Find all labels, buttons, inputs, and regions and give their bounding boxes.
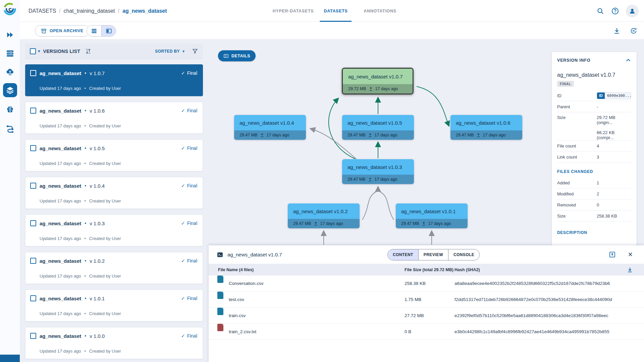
version-list-item[interactable]: ag_news_dataset • v 1.0.1 ✓Final Updated… [25, 290, 203, 321]
collapse-chevron-icon[interactable] [625, 57, 631, 63]
file-row[interactable]: CSV train.csv 27.72 MB e2392f9ef0d57b110… [209, 308, 644, 324]
version-number: v 1.0.3 [90, 221, 105, 226]
info-row-id: ID ID 6099e300... [557, 90, 631, 101]
graph-node[interactable]: ag_news_dataset v1.0.5 29.47 MB 17 days … [342, 115, 414, 140]
left-nav-rail: c [0, 0, 20, 362]
datasets-nav-icon[interactable] [3, 83, 17, 97]
versions-list-panel: ▾ VERSIONS LIST SORTED BY ▾ ag_news_data… [25, 44, 203, 359]
version-checkbox[interactable] [30, 295, 36, 301]
upload-icon [422, 222, 426, 226]
breadcrumb-root[interactable]: DATASETS [29, 8, 56, 14]
info-row-changed-size: Size258.38 KB [557, 210, 631, 222]
select-dropdown-caret[interactable]: ▾ [38, 49, 40, 54]
version-name: ag_news_dataset [40, 258, 81, 264]
tab-annotations[interactable]: ANNOTATIONS [360, 0, 400, 22]
split-view-button[interactable] [101, 25, 116, 36]
graph-node-selected[interactable]: ag_news_dataset v1.0.7 29.72 MB 17 days … [342, 68, 414, 95]
open-archive-button[interactable]: OPEN ARCHIVE [35, 25, 90, 37]
version-list-item[interactable]: ag_news_dataset • v 1.0.5 ✓Final Updated… [25, 139, 203, 171]
tab-hyper-datasets[interactable]: HYPER-DATASETS [269, 0, 318, 22]
version-checkbox[interactable] [30, 183, 36, 189]
expand-sidebar-icon[interactable] [6, 31, 14, 39]
check-icon: ✓ [181, 70, 185, 76]
node-title: ag_news_dataset v1.0.3 [342, 159, 414, 175]
version-checkbox[interactable] [30, 108, 36, 114]
file-row[interactable]: CSV test.csv 1.75 MB f2dd51317ed711deb72… [209, 292, 644, 308]
pipelines-nav-icon[interactable] [6, 124, 14, 133]
download-files-icon[interactable] [627, 266, 633, 273]
file-name[interactable]: test.csv [229, 292, 244, 308]
auto-refresh-icon[interactable] [630, 27, 637, 35]
version-number: v 1.0.1 [90, 296, 105, 301]
node-meta: 29.47 MB 17 days ago [288, 219, 360, 228]
sorted-by-dropdown[interactable]: SORTED BY [155, 49, 180, 54]
tab-console[interactable]: CONSOLE [448, 249, 479, 260]
bullet: • [85, 333, 86, 339]
file-name[interactable]: train_2.csv.txt [229, 324, 256, 340]
file-row[interactable]: CSV Conversation.csv 258.38 KB a6a8eaa9e… [209, 276, 644, 292]
workers-queues-icon[interactable] [6, 49, 14, 58]
graph-node[interactable]: ag_news_dataset v1.0.6 29.47 MB 17 days … [450, 115, 522, 140]
compare-sort-icon[interactable] [85, 48, 92, 55]
models-brain-icon[interactable] [6, 105, 14, 114]
help-icon[interactable] [611, 7, 619, 15]
tab-preview[interactable]: PREVIEW [418, 249, 448, 260]
id-value: 6099e300... [605, 94, 631, 98]
tab-content[interactable]: CONTENT [388, 249, 418, 260]
search-icon[interactable] [596, 7, 604, 15]
file-name[interactable]: train.csv [229, 308, 246, 324]
upload-icon [476, 133, 481, 137]
bullet: • [85, 296, 86, 301]
breadcrumb-separator: / [59, 8, 60, 14]
graph-node[interactable]: ag_news_dataset v1.0.2 29.47 MB 17 days … [288, 203, 360, 228]
version-list-item[interactable]: ag_news_dataset • v 1.0.3 ✓Final Updated… [25, 215, 203, 246]
file-name[interactable]: Conversation.csv [229, 276, 264, 292]
version-info-name: ag_news_dataset v1.0.7 [557, 72, 631, 78]
node-title: ag_news_dataset v1.0.7 [343, 69, 413, 84]
version-meta: Updated 17 days ago•Created by User [40, 161, 121, 166]
graph-node[interactable]: ag_news_dataset v1.0.3 29.47 MB 17 days … [342, 159, 414, 184]
sorted-by-caret[interactable]: ▾ [182, 49, 184, 54]
breadcrumb-project[interactable]: chat_training_dataset [64, 8, 115, 14]
graph-node[interactable]: ag_news_dataset v1.0.4 29.47 MB 17 days … [234, 115, 306, 140]
version-name: ag_news_dataset [40, 70, 81, 76]
version-list-item[interactable]: ag_news_dataset • v 1.0.4 ✓Final Updated… [25, 177, 203, 209]
version-list-item[interactable]: ag_news_dataset • v 1.0.7 ✓Final Updated… [25, 64, 203, 96]
tab-datasets[interactable]: DATASETS [320, 0, 352, 22]
upload-icon [368, 177, 372, 182]
close-icon[interactable]: × [628, 250, 633, 259]
info-row-parent: Parent - [557, 101, 631, 112]
version-checkbox[interactable] [30, 70, 36, 76]
expand-panel-icon[interactable] [609, 251, 616, 258]
table-view-button[interactable] [87, 25, 101, 36]
filter-icon[interactable] [192, 48, 198, 54]
version-checkbox[interactable] [30, 258, 36, 264]
rail-footer [0, 355, 20, 362]
version-meta: Updated 17 days ago•Created by User [40, 311, 121, 316]
version-checkbox[interactable] [30, 333, 36, 339]
version-checkbox[interactable] [30, 220, 36, 226]
file-hash: f2dd51317ed711deb726b926664872e0c070b253… [454, 292, 612, 308]
version-list-item[interactable]: ag_news_dataset • v 1.0.6 ✓Final Updated… [25, 102, 203, 134]
status-final: ✓Final [181, 221, 197, 226]
file-row[interactable]: TXT train_2.csv.txt 0 B e3b0c44298fc1c14… [209, 324, 644, 340]
download-icon[interactable] [613, 27, 621, 35]
details-button[interactable]: DETAILS [218, 50, 256, 61]
user-avatar[interactable] [626, 5, 639, 17]
version-checkbox[interactable] [30, 145, 36, 151]
top-header: DATASETS / chat_training_dataset / ag_ne… [20, 0, 644, 22]
clearml-logo[interactable]: c [3, 2, 17, 16]
check-icon: ✓ [181, 108, 185, 113]
select-all-checkbox[interactable] [30, 48, 36, 54]
check-icon: ✓ [181, 145, 185, 151]
version-list-item[interactable]: ag_news_dataset • v 1.0.0 ✓Final Updated… [25, 327, 203, 359]
breadcrumb-dataset[interactable]: ag_news_dataset [122, 8, 167, 14]
node-meta: 29.47 MB 17 days ago [342, 130, 414, 140]
id-chip[interactable]: ID 6099e300... [597, 92, 631, 99]
version-list-item[interactable]: ag_news_dataset • v 1.0.2 ✓Final Updated… [25, 252, 203, 284]
node-title: ag_news_dataset v1.0.6 [450, 115, 522, 130]
final-badge: FINAL [557, 81, 574, 87]
file-hash: e3b0c44298fc1c149afbf4c8996fb92427ae41e4… [454, 324, 609, 340]
automation-cloud-icon[interactable] [6, 68, 14, 76]
graph-node[interactable]: ag_news_dataset v1.0.1 29.47 MB 17 days … [396, 203, 468, 228]
